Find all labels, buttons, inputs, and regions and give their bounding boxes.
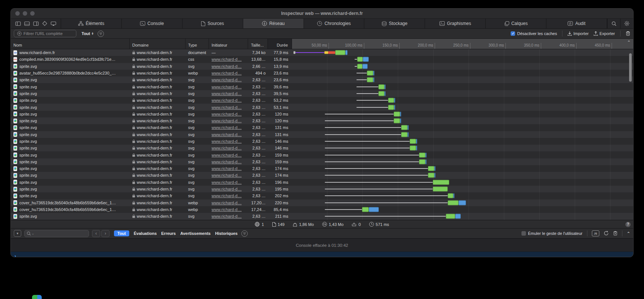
network-request-row[interactable]: <>www.richard-dern.fr www.richard-dern.f… <box>11 49 633 56</box>
column-header-type[interactable]: Type <box>185 39 209 49</box>
resource-initiator[interactable]: www.richard-d… <box>212 207 242 212</box>
resource-initiator[interactable]: www.richard-d… <box>212 57 242 62</box>
network-request-row[interactable]: sprite.svg www.richard-dern.fr svg www.r… <box>11 213 633 220</box>
resource-initiator[interactable]: www.richard-d… <box>212 132 242 137</box>
tab-audit[interactable]: Audit <box>546 19 607 28</box>
network-request-row[interactable]: sprite.svg www.richard-dern.fr svg www.r… <box>11 186 633 192</box>
device-settings-icon[interactable] <box>51 21 56 26</box>
search-button[interactable] <box>607 19 620 28</box>
resource-initiator[interactable]: www.richard-d… <box>212 146 242 150</box>
scope-all[interactable]: Tout <box>114 230 129 236</box>
url-filter-input[interactable]: Filtrer l'URL complète <box>14 30 76 37</box>
network-request-row[interactable]: sprite.svg www.richard-dern.fr svg www.r… <box>11 145 633 151</box>
collapse-waterfall-icon[interactable]: ⌃ <box>627 40 631 45</box>
vertical-scrollbar[interactable] <box>629 53 632 82</box>
resource-initiator[interactable]: www.richard-d… <box>212 173 242 177</box>
resource-initiator[interactable]: www.richard-d… <box>212 85 242 89</box>
column-header-domain[interactable]: Domaine <box>130 39 185 49</box>
tab-network[interactable]: Réseau <box>243 19 304 28</box>
help-button[interactable]: ? <box>625 222 631 227</box>
network-request-row[interactable]: sprite.svg www.richard-dern.fr svg www.r… <box>11 165 633 172</box>
resource-initiator[interactable]: www.richard-d… <box>212 160 242 164</box>
export-button[interactable]: Exporter <box>594 31 615 36</box>
network-request-row[interactable]: sprite.svg www.richard-dern.fr svg www.r… <box>11 111 633 117</box>
tab-timelines[interactable]: Chronologies <box>304 19 365 28</box>
tab-sources[interactable]: Sources <box>183 19 243 28</box>
tab-storage[interactable]: Stockage <box>364 19 425 28</box>
element-picker-icon[interactable] <box>42 21 47 26</box>
network-request-row[interactable]: sprite.svg www.richard-dern.fr svg www.r… <box>11 124 633 131</box>
reload-page-button[interactable] <box>604 231 609 236</box>
console-search-input[interactable]: ⌄ <box>24 230 89 237</box>
network-request-row[interactable]: sprite.svg www.richard-dern.fr svg www.r… <box>11 63 633 70</box>
tab-elements[interactable]: Éléments <box>61 19 122 28</box>
scope-evaluations[interactable]: Évaluations <box>134 231 157 236</box>
resource-initiator[interactable]: www.richard-d… <box>212 64 242 69</box>
tab-graphics[interactable]: Graphismes <box>425 19 486 28</box>
resource-initiator[interactable]: www.richard-d… <box>212 187 242 191</box>
import-button[interactable]: Importer <box>568 31 589 36</box>
console-filter-button[interactable] <box>241 230 248 237</box>
network-request-row[interactable]: sprite.svg www.richard-dern.fr svg www.r… <box>11 172 633 179</box>
emulate-user-gesture-checkbox[interactable]: Émuler le geste de l'utilisateur <box>521 231 582 236</box>
resource-initiator[interactable]: www.richard-d… <box>212 214 242 218</box>
network-request-row[interactable]: sprite.svg www.richard-dern.fr svg www.r… <box>11 192 633 199</box>
network-request-row[interactable]: sprite.svg www.richard-dern.fr svg www.r… <box>11 158 633 165</box>
network-request-row[interactable]: sprite.svg www.richard-dern.fr svg www.r… <box>11 90 633 97</box>
tab-layers[interactable]: Calques <box>486 19 546 28</box>
resource-initiator[interactable]: www.richard-d… <box>212 78 242 82</box>
clear-console-button[interactable] <box>613 231 618 236</box>
column-header-size[interactable]: Taille... <box>248 39 268 49</box>
resource-initiator[interactable]: www.richard-d… <box>212 125 242 130</box>
network-request-row[interactable]: avatar_hu85ecc3e298728880b0bde2dcc4e5c23… <box>11 70 633 76</box>
resource-type-select[interactable]: Tout ▲▼ <box>82 31 94 36</box>
scope-logs[interactable]: Historiques <box>215 231 238 236</box>
resource-initiator[interactable]: www.richard-d… <box>212 201 242 205</box>
network-request-row[interactable]: sprite.svg www.richard-dern.fr svg www.r… <box>11 76 633 83</box>
network-request-row[interactable]: sprite.svg www.richard-dern.fr svg www.r… <box>11 131 633 138</box>
network-request-row[interactable]: cover_hu736519dc3b5040cfa48b6b559b6de6ec… <box>11 206 633 213</box>
column-header-duration[interactable]: Durée <box>268 39 292 49</box>
dock-left-icon[interactable] <box>15 21 21 26</box>
resource-initiator[interactable]: www.richard-d… <box>212 71 242 75</box>
resource-initiator[interactable]: www.richard-d… <box>212 112 242 116</box>
weight-icon <box>293 222 297 227</box>
resource-initiator[interactable]: www.richard-d… <box>212 193 242 198</box>
network-request-row[interactable]: sprite.svg www.richard-dern.fr svg www.r… <box>11 83 633 90</box>
network-request-row[interactable]: sprite.svg www.richard-dern.fr svg www.r… <box>11 117 633 124</box>
disable-caches-checkbox[interactable]: ✓ Désactiver les caches <box>511 31 557 36</box>
resource-initiator[interactable]: www.richard-d… <box>212 166 242 171</box>
dock-right-icon[interactable] <box>33 21 39 26</box>
scope-warnings[interactable]: Avertissements <box>180 231 211 236</box>
network-request-row[interactable]: sprite.svg www.richard-dern.fr svg www.r… <box>11 97 633 104</box>
dock-bottom-icon[interactable] <box>24 21 30 26</box>
resource-initiator[interactable]: www.richard-d… <box>212 153 242 157</box>
network-request-row[interactable]: sprite.svg www.richard-dern.fr svg www.r… <box>11 138 633 145</box>
console-evaluations-button[interactable]: JS <box>592 230 599 236</box>
console-sources-picker[interactable]: ▼ <box>14 230 21 237</box>
next-result-button[interactable]: › <box>101 230 110 237</box>
settings-button[interactable] <box>620 19 633 28</box>
network-request-row[interactable]: sprite.svg www.richard-dern.fr svg www.r… <box>11 151 633 158</box>
network-request-row[interactable]: sprite.svg www.richard-dern.fr svg www.r… <box>11 179 633 186</box>
other-filters-button[interactable] <box>98 31 104 37</box>
resource-file-icon <box>13 91 17 96</box>
clear-network-items-button[interactable] <box>626 31 630 37</box>
resource-initiator[interactable]: www.richard-d… <box>212 119 242 123</box>
network-request-row[interactable]: cover_hu736519dc3b5040cfa48b6b559b6de6ec… <box>11 199 633 206</box>
resource-initiator[interactable]: www.richard-d… <box>212 98 242 103</box>
column-header-initiator[interactable]: Initiateur <box>209 39 248 49</box>
resource-initiator[interactable]: www.richard-d… <box>212 91 242 96</box>
tab-console[interactable]: Console <box>122 19 183 28</box>
network-request-row[interactable]: csscompiled.min.38390909f303624ed9e1cf1b… <box>11 56 633 63</box>
console-prompt[interactable]: › <box>11 252 633 257</box>
resource-initiator[interactable]: www.richard-d… <box>212 180 242 185</box>
expand-console-button[interactable]: ⌃ <box>627 231 630 236</box>
resource-initiator[interactable]: www.richard-d… <box>212 139 242 144</box>
network-request-row[interactable]: sprite.svg www.richard-dern.fr svg www.r… <box>11 104 633 110</box>
column-header-name[interactable]: Nom <box>11 39 130 49</box>
resource-initiator[interactable]: www.richard-d… <box>212 105 242 110</box>
scope-errors[interactable]: Erreurs <box>161 231 176 236</box>
previous-result-button[interactable]: ‹ <box>92 230 100 237</box>
resource-file-icon <box>13 166 17 171</box>
